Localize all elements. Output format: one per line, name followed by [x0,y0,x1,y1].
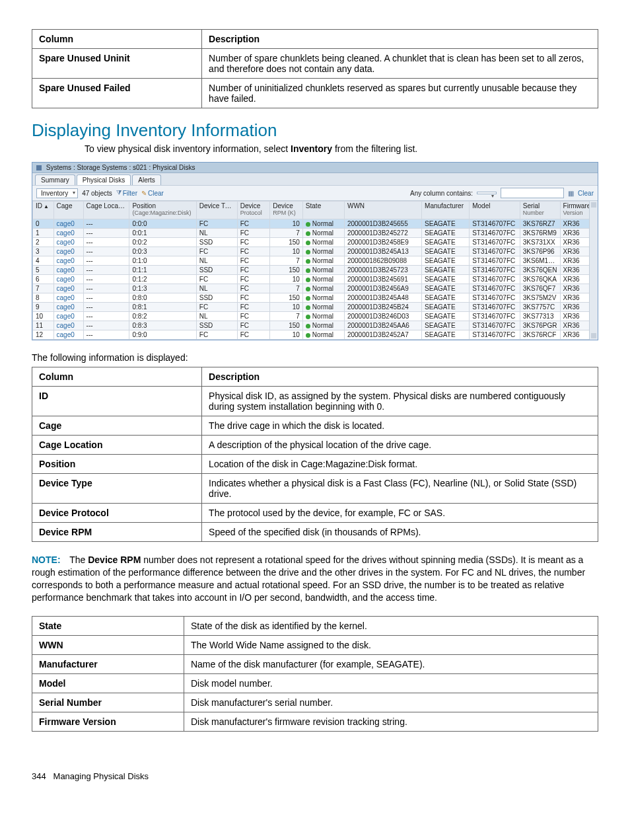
cell-state: Normal [302,266,344,275]
description-cell: Indicates whether a physical disk is a F… [202,474,598,504]
grid-header[interactable]: Manufacturer [422,202,470,219]
cell-protocol: FC [237,229,270,238]
tab-strip: SummaryPhysical DisksAlerts [32,173,598,185]
grid-header[interactable]: Model [470,202,520,219]
grid-header[interactable]: ID▲ [33,202,54,219]
cell-serial: 3KS6M1RS [520,256,560,266]
vertical-scrollbar[interactable] [589,201,598,340]
search-input[interactable] [501,188,564,198]
cell-id: 3 [33,247,54,256]
cell-id: 6 [33,275,54,284]
cell-state: Normal [302,321,344,330]
description-cell: The protocol used by the device, for exa… [202,504,598,523]
cell-cage: cage0 [53,284,83,293]
grid-row[interactable]: 11cage0---0:8:3SSDFC150Normal2000001D3B2… [33,321,598,330]
grid-header[interactable]: WWN [344,202,421,219]
cell-type: FC [196,303,237,312]
cell-position: 0:1:1 [129,266,196,275]
column-name-cell: Spare Unused Uninit [32,49,202,79]
clear-search-button[interactable]: Clear [578,190,594,197]
grid-header[interactable]: Device Type [196,202,237,219]
grid-row[interactable]: 3cage0---0:0:3FCFC10Normal2000001D3B245A… [33,247,598,256]
table-row: Firmware VersionDisk manufacturer's firm… [32,712,598,731]
cell-wwn: 2000001D3B2452A7 [344,330,421,340]
cell-state: Normal [302,247,344,256]
grid-row[interactable]: 12cage0---0:9:0FCFC10Normal2000001D3B245… [33,330,598,340]
clear-button[interactable]: Clear [141,190,164,197]
grid-row[interactable]: 5cage0---0:1:1SSDFC150Normal2000001D3B24… [33,266,598,275]
description-cell: Disk model number. [184,673,598,693]
table-row: Spare Unused FailedNumber of uninitializ… [32,79,598,108]
description-cell: Disk manufacturer's firmware revision tr… [184,712,598,731]
tab-physical-disks[interactable]: Physical Disks [77,174,131,185]
description-cell: Location of the disk in Cage:Magazine:Di… [202,455,598,474]
cell-rpm: 7 [270,256,303,266]
tab-alerts[interactable]: Alerts [132,174,161,185]
cell-wwn: 2000001D3B245A48 [344,293,421,303]
cell-serial: 3KS731XX [520,238,560,247]
cell-protocol: FC [237,256,270,266]
grid-row[interactable]: 7cage0---0:1:3NLFC7Normal2000001D3B2456A… [33,284,598,293]
section-heading: Displaying Inventory Information [32,120,598,141]
grid-row[interactable]: 4cage0---0:1:0NLFC7Normal2000001862B0908… [33,256,598,266]
col-header: Column [32,367,202,387]
grid-row[interactable]: 9cage0---0:8:1FCFC10Normal2000001D3B245B… [33,303,598,312]
match-mode-dropdown[interactable] [477,192,497,194]
cell-protocol: FC [237,247,270,256]
export-button[interactable] [568,190,574,197]
cell-protocol: FC [237,238,270,247]
table-row: Device RPMSpeed of the specified disk (i… [32,523,598,542]
page-number: 344 [32,771,46,781]
grid-row[interactable]: 6cage0---0:1:2FCFC10Normal2000001D3B2456… [33,275,598,284]
cell-location: --- [83,219,129,229]
grid-row[interactable]: 2cage0---0:0:2SSDFC150Normal2000001D3B24… [33,238,598,247]
grid-header[interactable]: State [302,202,344,219]
cell-cage: cage0 [53,238,83,247]
cell-wwn: 2000001D3B245723 [344,266,421,275]
grid-row[interactable]: 10cage0---0:8:2NLFC7Normal2000001D3B246D… [33,312,598,321]
cell-wwn: 2000001D3B245B24 [344,303,421,312]
grid-header[interactable]: DeviceRPM (K) [270,202,303,219]
table-row: Serial NumberDisk manufacturer's serial … [32,693,598,712]
cell-serial: 3KS76P96 [520,247,560,256]
grid-header[interactable]: Cage [53,202,83,219]
tab-summary[interactable]: Summary [35,174,75,185]
cell-wwn: 2000001D3B245272 [344,229,421,238]
cell-state: Normal [302,256,344,266]
cell-protocol: FC [237,284,270,293]
table-row: Cage LocationA description of the physic… [32,436,598,455]
grid-header[interactable]: SerialNumber [520,202,560,219]
cell-state: Normal [302,330,344,340]
note-block: NOTE: The Device RPM number does not rep… [32,554,598,604]
description-cell: State of the disk as identified by the k… [184,616,598,635]
filter-button[interactable]: Filter [116,189,137,197]
cell-protocol: FC [237,293,270,303]
grid-header[interactable]: DeviceProtocol [237,202,270,219]
filter-dropdown[interactable]: Inventory [36,188,78,198]
inventory-screenshot: Systems : Storage Systems : s021 : Physi… [32,162,598,340]
col-header: Description [202,30,598,49]
cell-model: ST3146707FC [470,238,520,247]
cell-location: --- [83,229,129,238]
cell-manufacturer: SEAGATE [422,330,470,340]
cell-position: 0:1:3 [129,284,196,293]
page-footer: 344 Managing Physical Disks [32,771,598,781]
cell-id: 5 [33,266,54,275]
cell-id: 1 [33,229,54,238]
cell-position: 0:8:1 [129,303,196,312]
cell-manufacturer: SEAGATE [422,219,470,229]
cell-type: NL [196,256,237,266]
cell-serial: 3KS76RCF [520,330,560,340]
grid-header[interactable]: Position(Cage:Magazine:Disk) [129,202,196,219]
column-name-cell: Serial Number [32,693,184,712]
grid-row[interactable]: 8cage0---0:8:0SSDFC150Normal2000001D3B24… [33,293,598,303]
table-row: Device TypeIndicates whether a physical … [32,474,598,504]
cell-wwn: 2000001D3B246D03 [344,312,421,321]
grid-row[interactable]: 1cage0---0:0:1NLFC7Normal2000001D3B24527… [33,229,598,238]
grid-header[interactable]: Cage Location [83,202,129,219]
description-cell: Name of the disk manufacturer (for examp… [184,654,598,673]
cell-rpm: 7 [270,229,303,238]
cell-rpm: 150 [270,293,303,303]
table-row: ManufacturerName of the disk manufacture… [32,654,598,673]
grid-row[interactable]: 0cage0---0:0:0FCFC10Normal2000001D3B2456… [33,219,598,229]
